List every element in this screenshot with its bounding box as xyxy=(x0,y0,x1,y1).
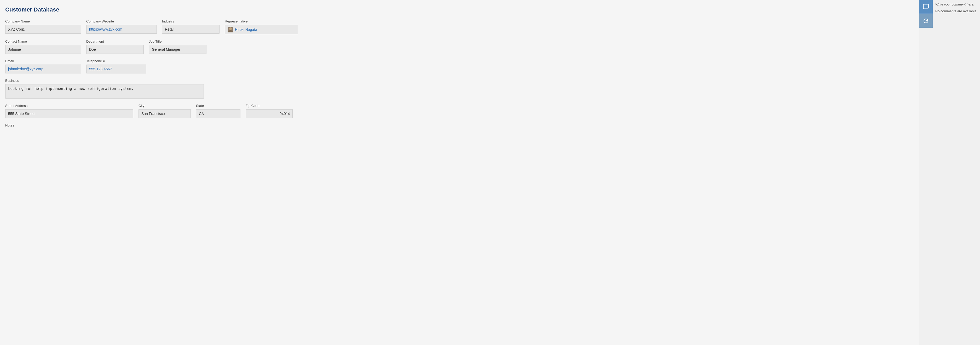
representative-label: Representative xyxy=(225,19,298,23)
department-group: Department xyxy=(86,40,144,54)
department-input[interactable] xyxy=(86,45,144,54)
email-input[interactable] xyxy=(5,65,81,73)
street-input[interactable] xyxy=(5,109,133,118)
zip-input[interactable] xyxy=(246,109,293,118)
company-website-input[interactable] xyxy=(86,25,157,34)
state-input[interactable] xyxy=(196,109,240,118)
email-label: Email xyxy=(5,59,81,63)
job-title-input[interactable] xyxy=(149,45,207,54)
street-group: Street Address xyxy=(5,104,133,118)
contact-name-input[interactable] xyxy=(5,45,81,54)
representative-name: Hiroki Nagata xyxy=(235,27,257,32)
zip-label: Zip Code xyxy=(246,104,293,108)
city-input[interactable] xyxy=(138,109,191,118)
refresh-tab-button[interactable] xyxy=(919,14,933,28)
telephone-group: Telephone # xyxy=(86,59,146,73)
company-website-group: Company Website xyxy=(86,19,157,34)
representative-avatar xyxy=(228,27,233,32)
company-name-label: Company Name xyxy=(5,19,81,23)
street-label: Street Address xyxy=(5,104,133,108)
comment-tab-button[interactable] xyxy=(919,0,933,14)
svg-point-1 xyxy=(229,27,232,30)
city-group: City xyxy=(138,104,191,118)
no-comments-text: No comments are available. xyxy=(935,9,977,14)
industry-label: Industry xyxy=(162,19,220,23)
job-title-group: Job Title xyxy=(149,40,207,54)
industry-input[interactable] xyxy=(162,25,220,34)
industry-group: Industry xyxy=(162,19,220,34)
job-title-label: Job Title xyxy=(149,40,207,43)
comment-text-area: Write your comment here. No comments are… xyxy=(933,0,980,345)
city-label: City xyxy=(138,104,191,108)
comment-placeholder-text: Write your comment here. xyxy=(935,2,977,7)
state-group: State xyxy=(196,104,240,118)
company-name-group: Company Name xyxy=(5,19,81,34)
representative-field[interactable]: Hiroki Nagata xyxy=(225,25,298,34)
right-panel: Write your comment here. No comments are… xyxy=(919,0,980,345)
telephone-label: Telephone # xyxy=(86,59,146,63)
business-textarea[interactable] xyxy=(5,84,204,99)
department-label: Department xyxy=(86,40,144,43)
notes-label: Notes xyxy=(5,123,14,127)
business-label: Business xyxy=(5,79,204,83)
telephone-input[interactable] xyxy=(86,65,146,73)
company-name-input[interactable] xyxy=(5,25,81,34)
zip-group: Zip Code xyxy=(246,104,293,118)
business-group: Business xyxy=(5,79,204,99)
company-website-label: Company Website xyxy=(86,19,157,23)
representative-group: Representative Hiroki Nagata xyxy=(225,19,298,34)
notes-group: Notes xyxy=(5,123,14,127)
icon-column xyxy=(919,0,933,345)
contact-name-label: Contact Name xyxy=(5,40,81,43)
state-label: State xyxy=(196,104,240,108)
page-title: Customer Database xyxy=(5,6,914,13)
contact-name-group: Contact Name xyxy=(5,40,81,54)
email-group: Email xyxy=(5,59,81,73)
